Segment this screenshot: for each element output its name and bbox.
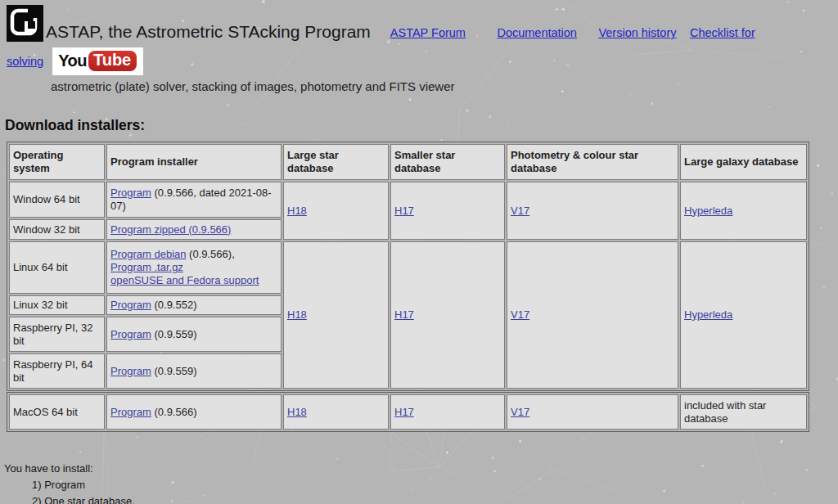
table-row-win64: Window 64 bit Program (0.9.566, dated 20… [9,182,807,218]
nav-link-version-history[interactable]: Version history [598,26,676,39]
cell-os-win32: Window 32 bit [9,219,105,240]
cell-os-linux64: Linux 64 bit [9,241,105,294]
header-nav: ASTAP Forum Documentation Version histor… [371,24,755,42]
cell-installer-linux64: Program debian (0.9.566),Program .tar.gz… [106,241,282,294]
macos-program-link[interactable]: Program [110,406,151,418]
rpi64-program-link[interactable]: Program [110,365,151,377]
win32-program-zipped-link[interactable]: Program zipped (0.9.566) [110,223,231,236]
linux64-opensuse-fedora-link[interactable]: openSUSE and Fedora support [110,274,259,286]
windows-v17-link[interactable]: V17 [511,205,529,217]
linux64-debian-version: (0.9.566), [187,248,235,260]
cell-macos-smaller-db: H17 [390,394,505,430]
windows-h18-link[interactable]: H18 [287,205,307,217]
cell-os-macos: MacOS 64 bit [9,394,105,430]
cell-linux-large-db: H18 [283,241,389,389]
col-header-operating-system: Operating system [9,144,105,180]
cell-linux-photometry-db: V17 [507,241,678,389]
section-heading: Download installers: [5,117,831,134]
header-line2: solving YouTube [7,46,831,77]
nav-link-documentation[interactable]: Documentation [497,26,577,39]
cell-linux-smaller-db: H17 [390,241,505,389]
table-row-macos: MacOS 64 bit Program (0.9.566) H18 H17 V… [9,394,807,430]
nav-link-astap-forum[interactable]: ASTAP Forum [390,26,466,39]
cell-windows-large-db: H18 [283,182,389,240]
youtube-logo-tube: Tube [88,51,137,71]
cell-windows-smaller-db: H17 [390,182,505,240]
rpi32-program-version: (0.9.559) [151,328,197,340]
col-header-program-installer: Program installer [106,144,282,180]
win64-program-link[interactable]: Program [110,187,151,199]
cell-installer-macos: Program (0.9.566) [106,394,282,430]
col-header-photometry-database: Photometry & colour star database [507,144,678,180]
linux64-debian-link[interactable]: Program debian [110,248,187,260]
astap-download-page: ASTAP, the Astrometric STAcking Program … [0,0,838,504]
macos-h17-link[interactable]: H17 [394,406,414,418]
cell-os-rpi32: Raspberry PI, 32 bit [9,317,105,352]
install-step-2: 2) One star database. [32,493,831,504]
nav-link-checklist-for-solving[interactable]: Checklist for [690,26,755,39]
col-header-large-star-database: Large star database [283,144,389,180]
macos-h18-link[interactable]: H18 [287,406,307,418]
rpi64-program-version: (0.9.559) [151,365,197,377]
table-row-linux64: Linux 64 bit Program debian (0.9.566),Pr… [9,241,807,294]
nav-link-checklist-wrap-solving[interactable]: solving [7,55,43,68]
table-header-row: Operating system Program installer Large… [9,144,807,180]
macos-v17-link[interactable]: V17 [511,406,529,418]
install-step-1: 1) Program [32,477,831,493]
youtube-logo-you: You [58,52,87,70]
linux-v17-link[interactable]: V17 [511,308,529,321]
download-installers-table: Operating system Program installer Large… [7,142,809,391]
linux-h17-link[interactable]: H17 [394,308,414,321]
windows-h17-link[interactable]: H17 [394,205,414,217]
header: ASTAP, the Astrometric STAcking Program … [7,5,831,42]
install-instructions: You have to install: 1) Program 2) One s… [4,461,831,504]
linux-hyperleda-link[interactable]: Hyperleda [684,308,732,321]
install-instructions-intro: You have to install: [4,461,831,477]
cell-linux-galaxy-db: Hyperleda [680,241,807,389]
cell-macos-photometry-db: V17 [507,394,678,430]
cell-windows-galaxy-db: Hyperleda [680,182,807,240]
rpi32-program-link[interactable]: Program [110,328,151,340]
page-subtitle: astrometric (plate) solver, stacking of … [51,79,831,93]
cell-macos-galaxy-note: included with star database [680,394,807,430]
cell-macos-large-db: H18 [283,394,389,430]
cell-os-win64: Window 64 bit [9,182,105,218]
linux64-targz-link[interactable]: Program .tar.gz [110,261,183,273]
youtube-logo[interactable]: YouTube [52,47,143,75]
macos-program-version: (0.9.566) [151,406,197,418]
cell-installer-win64: Program (0.9.566, dated 2021-08-07) [106,182,282,218]
col-header-smaller-star-database: Smaller star database [390,144,505,180]
linux32-program-version: (0.9.552) [151,299,197,311]
astap-logo-icon [7,5,43,42]
cell-installer-linux32: Program (0.9.552) [106,295,282,315]
page-title: ASTAP, the Astrometric STAcking Program [46,22,371,42]
linux-h18-link[interactable]: H18 [287,308,307,321]
cell-installer-win32: Program zipped (0.9.566) [106,219,282,240]
windows-hyperleda-link[interactable]: Hyperleda [684,205,732,217]
cell-installer-rpi32: Program (0.9.559) [106,317,282,352]
cell-os-linux32: Linux 32 bit [9,295,105,315]
macos-installer-table: MacOS 64 bit Program (0.9.566) H18 H17 V… [7,392,809,432]
cell-windows-photometry-db: V17 [507,182,678,240]
linux32-program-link[interactable]: Program [110,299,151,311]
col-header-large-galaxy-database: Large galaxy database [680,144,807,180]
cell-installer-rpi64: Program (0.9.559) [106,353,282,389]
cell-os-rpi64: Raspberry PI, 64 bit [9,353,105,389]
